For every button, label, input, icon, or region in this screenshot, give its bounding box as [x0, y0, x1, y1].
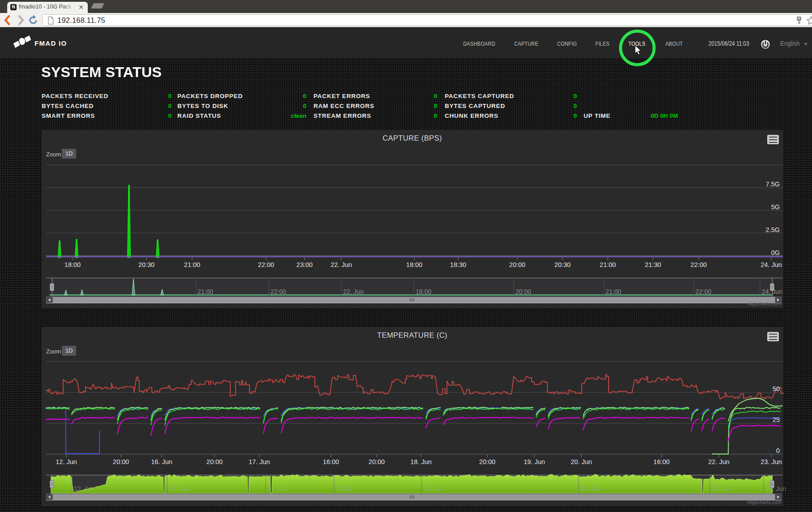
svg-text:22:00: 22:00 [691, 261, 707, 268]
svg-text:Highcharts.com: Highcharts.com [748, 301, 782, 306]
svg-text:22:00: 22:00 [258, 261, 274, 268]
svg-text:20. Jun: 20. Jun [571, 458, 592, 465]
svg-text:20:00: 20:00 [516, 288, 531, 295]
svg-text:7.5G: 7.5G [766, 181, 780, 188]
svg-text:16. Jun: 16. Jun [151, 458, 172, 465]
svg-text:21:00: 21:00 [198, 288, 213, 295]
svg-text:18:30: 18:30 [450, 261, 466, 268]
svg-text:20:00: 20:00 [369, 458, 385, 465]
svg-text:24. Jun: 24. Jun [760, 261, 782, 268]
svg-text:17. Jun: 17. Jun [267, 485, 288, 492]
svg-text:22:00: 22:00 [696, 288, 711, 295]
svg-text:20:00: 20:00 [479, 458, 495, 465]
svg-text:18. Jun: 18. Jun [410, 458, 432, 465]
svg-text:16:00: 16:00 [653, 458, 670, 465]
svg-text:0: 0 [776, 447, 780, 454]
svg-text:2.5G: 2.5G [766, 226, 780, 233]
svg-text:50: 50 [773, 385, 780, 392]
svg-text:23. Jun: 23. Jun [765, 485, 786, 492]
svg-text:22. Jun: 22. Jun [708, 458, 730, 465]
svg-text:20:00: 20:00 [113, 458, 129, 465]
svg-text:0G: 0G [771, 249, 780, 256]
svg-text:18:00: 18:00 [416, 288, 431, 295]
svg-text:16:00: 16:00 [336, 485, 352, 492]
svg-text:22. Jun: 22. Jun [343, 288, 364, 295]
svg-text:22:00: 22:00 [271, 288, 286, 295]
svg-text:22. Jun: 22. Jun [331, 261, 352, 268]
svg-text:21. Jun: 21. Jun [712, 485, 732, 492]
svg-text:21:00: 21:00 [184, 261, 200, 268]
svg-text:21:30: 21:30 [645, 261, 661, 268]
svg-text:21:00: 21:00 [606, 288, 621, 295]
svg-text:20:00: 20:00 [206, 458, 223, 465]
svg-text:16:00: 16:00 [323, 458, 339, 465]
svg-text:20:00: 20:00 [509, 261, 525, 268]
svg-text:21:00: 21:00 [600, 261, 616, 268]
svg-text:20. Jun: 20. Jun [580, 485, 601, 492]
svg-text:18. Jun: 18. Jun [423, 485, 444, 492]
svg-text:17. Jun: 17. Jun [249, 458, 270, 465]
svg-text:19. Jun: 19. Jun [524, 458, 545, 465]
svg-text:23:00: 23:00 [296, 261, 313, 268]
svg-text:12. Jun: 12. Jun [56, 458, 77, 465]
svg-text:20:30: 20:30 [138, 261, 155, 268]
svg-text:5G: 5G [771, 203, 780, 211]
svg-text:18:00: 18:00 [64, 261, 81, 268]
svg-text:25: 25 [773, 416, 780, 423]
svg-text:23. Jun: 23. Jun [760, 458, 782, 465]
svg-text:20:30: 20:30 [554, 261, 571, 268]
svg-text:12. Jun: 12. Jun [74, 485, 95, 492]
svg-text:18:00: 18:00 [406, 261, 422, 268]
svg-text:16. Jun: 16. Jun [169, 485, 189, 492]
svg-text:Highcharts.com: Highcharts.com [748, 499, 782, 505]
